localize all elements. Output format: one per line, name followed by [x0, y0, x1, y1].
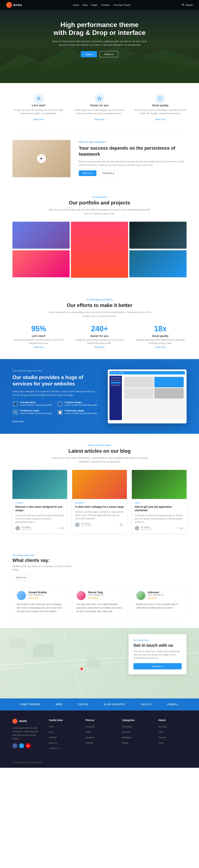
footer: MARS Lorem ipsum dolor sit amet, consect…: [0, 710, 199, 768]
stats-title: Our efforts to make it better: [12, 302, 187, 308]
svg-rect-12: [10, 638, 27, 649]
portfolio-item-blue[interactable]: [129, 222, 187, 249]
mockup-inner: Portfolio: [108, 369, 187, 424]
feature-title-3: Great quality: [134, 104, 187, 107]
footer-link[interactable]: Instagram: [86, 736, 95, 739]
youtube-button[interactable]: ▶: [26, 743, 31, 748]
nav-home[interactable]: Home: [73, 4, 79, 6]
map-pin: [79, 667, 84, 671]
nav-search[interactable]: 🔍 Search: [182, 4, 193, 6]
footer-link[interactable]: Design: [122, 742, 128, 744]
mockup-dot-2: [113, 372, 114, 373]
feature-icon-quality: [155, 93, 165, 104]
nav-pages[interactable]: Pages: [91, 4, 98, 6]
navbar: MARS Home Blog Pages Portfolio Purchase …: [0, 0, 199, 10]
mockup-main-area: [123, 376, 185, 420]
play-button-icon[interactable]: [37, 154, 46, 163]
hero-about-button[interactable]: About us: [100, 51, 118, 57]
blog-likes-2[interactable]: ♡ 0: [115, 524, 119, 526]
facebook-button[interactable]: f: [12, 743, 18, 748]
stat-text-3: Because delivering on the design then yo…: [134, 338, 187, 345]
feature-link-3[interactable]: Read more: [155, 118, 165, 121]
footer-link[interactable]: Twitter: [86, 731, 91, 733]
svg-rect-13: [33, 645, 54, 657]
hero-title: High performance themewith Drag & Drop o…: [0, 21, 199, 37]
footer-link[interactable]: Our Story: [158, 725, 167, 728]
stats-grid: 95% Let's start! At least the discussion…: [12, 324, 187, 349]
footer-link[interactable]: Marketing: [122, 736, 131, 739]
blog-post-title-3[interactable]: How to get your job application shortlis…: [135, 505, 184, 512]
blog-card-3: Jobs How to get your job application sho…: [132, 470, 187, 533]
logo-text: MARS: [13, 3, 22, 7]
footer-logo-text: MARS: [19, 720, 27, 723]
testimonials-read-more-button[interactable]: Read more: [12, 575, 30, 580]
footer-col-title-2: Find us: [86, 719, 113, 722]
blog-actions-1: ♡ 0 💬 1: [56, 527, 64, 529]
nav-blog[interactable]: Blog: [83, 4, 88, 6]
test-avatar-3: [136, 591, 145, 600]
mockup-card: [124, 377, 154, 387]
brand-6: aswell: [167, 703, 179, 706]
test-stars-1: ★★★★★: [28, 597, 47, 599]
footer-grid: MARS Lorem ipsum dolor sit amet, consect…: [12, 719, 187, 751]
feature-link-1[interactable]: Read more: [34, 118, 44, 121]
blog-post-title-2[interactable]: A client that's unhappy for a reason lar…: [75, 505, 124, 509]
svg-marker-3: [41, 158, 42, 160]
feature-link-2[interactable]: Read more: [94, 118, 104, 121]
twitter-button[interactable]: t: [19, 743, 24, 748]
stat-link-1[interactable]: Read more: [34, 346, 44, 348]
portfolio-mockup: Portfolio: [108, 369, 187, 424]
portfolio-item-ocean[interactable]: [129, 250, 187, 278]
stat-link-3[interactable]: Read more: [155, 346, 165, 348]
video-text: Build an area page with draft copy about…: [79, 160, 187, 167]
footer-link[interactable]: Facebook: [86, 725, 95, 728]
hero-signup-button[interactable]: Signup: [81, 51, 97, 57]
mockup-sidebar: [109, 376, 122, 420]
video-subscribe-button[interactable]: Subscribe us: [98, 170, 119, 176]
promo-features-grid: ⚙ Concept ideas Lorem sit atmet concept …: [12, 401, 100, 415]
footer-link[interactable]: Portfolio: [49, 736, 57, 739]
footer-link[interactable]: About us: [49, 742, 57, 744]
nav-portfolio[interactable]: Portfolio: [101, 4, 110, 6]
clipboard-icon: 📋: [57, 409, 63, 415]
blog-post-title-1[interactable]: Discover a new career designed for you u…: [15, 505, 64, 512]
footer-link[interactable]: Contact us: [49, 747, 59, 749]
blog-likes-3[interactable]: ♡ 0: [175, 527, 178, 529]
test-text: Whatever draft copy makes up in a existi…: [12, 565, 75, 571]
blog-header: Fifteen useful information Latest articl…: [12, 444, 187, 464]
test-quote-3: Anyway you sit do it, but it is actually…: [136, 602, 182, 610]
location-pin-icon: [79, 666, 85, 672]
footer-links-2: Facebook Twitter Instagram LinkedIn: [86, 724, 113, 744]
brand-5: Vaults: [141, 703, 152, 706]
footer-link[interactable]: Blog: [49, 731, 53, 733]
footer-links-1: Home Blog Portfolio About us Contact us: [49, 724, 77, 750]
portfolio-item-vr[interactable]: [12, 250, 70, 278]
blog-comments-2[interactable]: 💬 1: [120, 524, 124, 526]
stat-link-2[interactable]: Read more: [94, 346, 104, 348]
logo[interactable]: MARS: [6, 2, 22, 8]
promo-read-more-link[interactable]: Read more: [12, 420, 24, 423]
footer-link[interactable]: Business: [122, 731, 130, 733]
blog-post-text-1: They are to extremely simple and easy to…: [15, 514, 64, 524]
footer-link[interactable]: Technology: [122, 725, 132, 728]
video-thumbnail[interactable]: [12, 140, 70, 177]
portfolio-item-purple[interactable]: [12, 222, 70, 249]
footer-link[interactable]: Press: [158, 742, 164, 744]
footer-bottom: © 2020 Mars. All rights reserved.: [12, 758, 187, 764]
blog-comments-3[interactable]: 💬 1: [180, 527, 184, 529]
promo-content: Free designers might want there Our stud…: [12, 370, 100, 423]
footer-link[interactable]: Home: [49, 725, 55, 728]
footer-link[interactable]: Careers: [158, 736, 166, 739]
footer-link[interactable]: Team: [158, 731, 163, 733]
blog-likes-1[interactable]: ♡ 0: [56, 527, 59, 529]
portfolio-item-pink[interactable]: [71, 222, 128, 278]
contact-button[interactable]: Contact us: [133, 663, 181, 670]
blog-comments-1[interactable]: 💬 1: [61, 527, 64, 529]
portfolio-section: Our latest works Our portfolio and proje…: [0, 186, 199, 288]
nav-purchase[interactable]: Purchase Theme: [113, 4, 131, 6]
portfolio-text: Even if you can the design and even the …: [48, 208, 151, 215]
blog-image-3: [132, 470, 187, 499]
test-info-2: Dianne Tang CEO / Mofida Inc. ★★★★★: [88, 591, 104, 600]
footer-link[interactable]: LinkedIn: [86, 742, 93, 744]
video-read-more-button[interactable]: Read more: [79, 170, 96, 176]
